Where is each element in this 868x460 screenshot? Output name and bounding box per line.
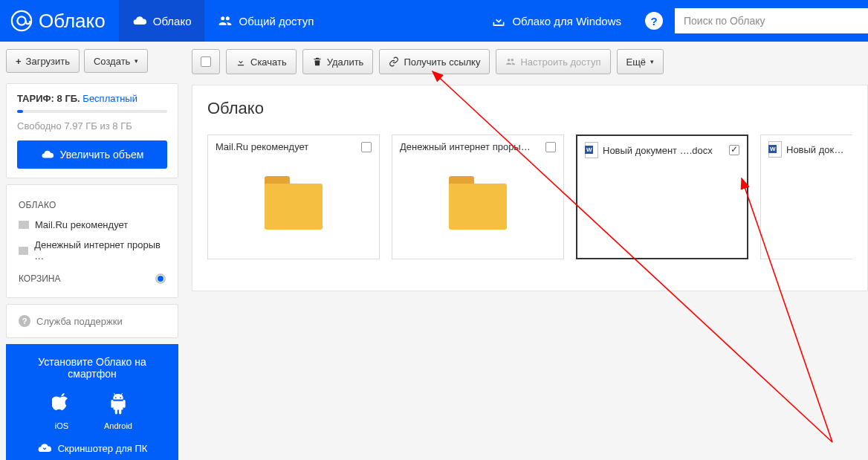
people-icon <box>218 13 233 28</box>
trash-icon <box>312 56 323 67</box>
at-icon <box>10 10 33 32</box>
chevron-down-icon: ▾ <box>135 57 138 65</box>
increase-storage-label: Увеличить объем <box>60 149 144 161</box>
android-app-link[interactable]: Android <box>104 393 132 430</box>
support-label: Служба поддержки <box>36 316 123 327</box>
file-tile-doc[interactable]: Новый докумен <box>760 135 852 259</box>
delete-button[interactable]: Удалить <box>302 49 374 74</box>
search-input[interactable] <box>684 15 862 27</box>
get-link-label: Получить ссылку <box>404 56 480 68</box>
nav-panel: ОБЛАКО Mail.Ru рекомендует Денежный инте… <box>6 184 178 298</box>
tile-checkbox[interactable] <box>729 145 739 155</box>
top-bar: Облако Облако Общий доступ Облако для Wi… <box>0 0 868 42</box>
sidebar-folder-item[interactable]: Mail.Ru рекомендует <box>17 215 167 235</box>
upload-button-label: Загрузить <box>26 56 70 67</box>
folder-icon <box>265 184 323 230</box>
cloud-icon <box>132 13 147 28</box>
heading-trash: КОРЗИНА <box>19 273 60 284</box>
logo-text: Облако <box>39 10 106 33</box>
tab-shared-label: Общий доступ <box>239 15 314 27</box>
trash-indicator[interactable] <box>155 273 166 284</box>
help-button[interactable]: ? <box>645 12 663 30</box>
more-button[interactable]: Ещё ▾ <box>617 49 664 74</box>
tile-checkbox[interactable] <box>361 142 372 152</box>
folder-label: Mail.Ru рекомендует <box>35 219 128 230</box>
tab-shared[interactable]: Общий доступ <box>204 0 327 42</box>
people-icon <box>505 56 516 67</box>
tab-cloud-label: Облако <box>153 15 192 27</box>
ios-label: iOS <box>55 421 68 430</box>
chevron-down-icon: ▾ <box>650 58 654 65</box>
main-area: Скачать Удалить Получить ссылку Настроит… <box>184 42 868 460</box>
screenshoter-label: Скриншотер для ПК <box>58 443 148 454</box>
logo[interactable]: Облако <box>0 10 119 33</box>
folder-icon <box>19 221 29 229</box>
tile-label: Новый документ ….docx <box>603 145 723 156</box>
windows-promo-label: Облако для Windows <box>512 15 621 27</box>
cloud-icon <box>41 148 54 161</box>
folder-label: Денежный интернет прорыв … <box>34 239 166 262</box>
get-link-button[interactable]: Получить ссылку <box>379 49 490 74</box>
upload-button[interactable]: + Загрузить <box>6 49 80 73</box>
folder-icon <box>449 184 507 230</box>
tariff-plan-link[interactable]: Бесплатный <box>82 93 137 104</box>
tariff-line: ТАРИФ: 8 ГБ. Бесплатный <box>17 93 167 104</box>
create-button-label: Создать <box>94 56 130 67</box>
free-space-text: Свободно 7.97 ГБ из 8 ГБ <box>17 120 167 132</box>
toolbar: Скачать Удалить Получить ссылку Настроит… <box>192 49 868 74</box>
tile-label: Денежный интернет проры… <box>400 141 540 152</box>
select-all-checkbox[interactable] <box>192 49 220 74</box>
page-title: Облако <box>207 99 852 118</box>
download-label: Скачать <box>250 56 287 68</box>
download-button[interactable]: Скачать <box>226 49 297 74</box>
heading-cloud: ОБЛАКО <box>19 200 167 210</box>
support-link[interactable]: ? Служба поддержки <box>19 315 166 327</box>
create-button[interactable]: Создать ▾ <box>84 49 148 73</box>
tab-cloud[interactable]: Облако <box>119 0 205 42</box>
configure-access-button[interactable]: Настроить доступ <box>496 49 610 74</box>
file-tile-folder[interactable]: Денежный интернет проры… <box>392 135 564 259</box>
screenshoter-link[interactable]: Скриншотер для ПК <box>16 441 168 456</box>
android-label: Android <box>104 421 132 430</box>
tile-label: Mail.Ru рекомендует <box>216 141 355 152</box>
delete-label: Удалить <box>327 56 364 68</box>
folder-icon <box>19 247 28 255</box>
increase-storage-button[interactable]: Увеличить объем <box>17 140 167 169</box>
file-tile-doc[interactable]: Новый документ ….docx <box>576 135 748 259</box>
word-doc-icon <box>768 141 782 158</box>
question-icon: ? <box>19 315 30 327</box>
svg-point-1 <box>17 16 25 25</box>
checkbox-icon <box>201 56 211 67</box>
windows-promo[interactable]: Облако для Windows <box>478 0 635 42</box>
download-box-icon <box>491 13 506 28</box>
cloud-download-icon <box>37 441 52 456</box>
content-panel: Облако Mail.Ru рекомендует Денежный инте… <box>192 85 868 291</box>
download-icon <box>236 56 246 67</box>
link-icon <box>389 56 399 67</box>
tile-checkbox[interactable] <box>545 142 556 152</box>
sidebar: + Загрузить Создать ▾ ТАРИФ: 8 ГБ. Беспл… <box>0 42 184 460</box>
search-box[interactable] <box>675 8 868 33</box>
sidebar-folder-item[interactable]: Денежный интернет прорыв … <box>17 235 167 266</box>
svg-point-0 <box>12 11 31 30</box>
file-tile-folder[interactable]: Mail.Ru рекомендует <box>207 135 380 259</box>
tile-label: Новый докумен <box>786 144 845 155</box>
configure-access-label: Настроить доступ <box>520 56 600 68</box>
android-icon <box>108 393 128 415</box>
more-label: Ещё <box>626 56 647 68</box>
word-doc-icon <box>585 142 598 158</box>
ios-app-link[interactable]: iOS <box>52 393 71 430</box>
tariff-label: ТАРИФ: 8 ГБ. <box>17 93 80 104</box>
promo-title: Установите Облако на смартфон <box>16 356 168 380</box>
support-panel: ? Служба поддержки <box>6 304 178 338</box>
mobile-promo: Установите Облако на смартфон iOS Androi… <box>6 344 178 460</box>
storage-gauge <box>17 110 167 113</box>
apple-icon <box>52 393 71 415</box>
tariff-panel: ТАРИФ: 8 ГБ. Бесплатный Свободно 7.97 ГБ… <box>6 83 178 178</box>
